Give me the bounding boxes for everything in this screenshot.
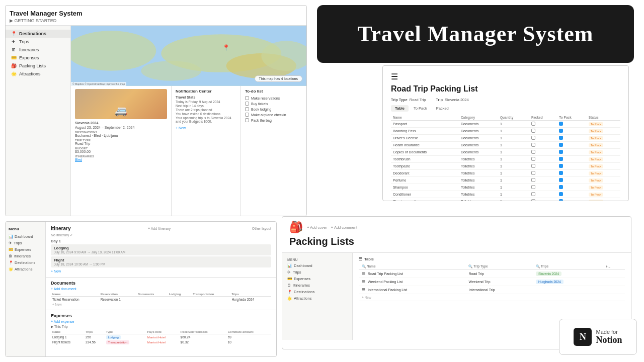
add-expense-button[interactable]: + Add expense (51, 320, 271, 323)
br-expenses-icon: 💳 (287, 277, 292, 281)
bl-sidebar-itineraries[interactable]: 🗓 Itineraries (6, 253, 45, 259)
new-button[interactable]: + New (176, 126, 236, 130)
sidebar-item-destinations[interactable]: 📍 Destinations (6, 30, 70, 38)
pack-cat-7: Toiletries (459, 170, 498, 177)
todo-item-5[interactable]: Pack the bag (245, 118, 302, 122)
todo-item-1[interactable]: Make reservations (245, 96, 302, 100)
pack-status-10: To Pack (587, 191, 620, 198)
todo-check-5[interactable] (245, 118, 249, 122)
main-panel: Travel Manager System GETTING STARTED 📍 … (5, 5, 307, 216)
sidebar-item-packing[interactable]: 🎒 Packing Lists (6, 62, 70, 70)
pack-status-2: To Pack (587, 135, 620, 142)
doc-row-1: Ticket Reservation Reservation 1 Hurghad… (51, 297, 271, 302)
expense-table-header: Name Trips Type Pays note Received feedb… (51, 330, 271, 334)
br-sidebar-itineraries[interactable]: 🗓 Itineraries (282, 282, 352, 289)
hero-title-box: Travel Manager System (317, 5, 634, 63)
exp-pays-1: Marriott Hotel (146, 334, 179, 340)
map-locations-label: This map has 4 locations (255, 75, 302, 82)
lodging-event: Lodging July 18, 2024 9:00 AM → July 19,… (51, 244, 271, 255)
br-sidebar-destinations[interactable]: 📍 Destinations (282, 289, 352, 295)
br-col-trip-type: 🔍 Trip Type (465, 263, 532, 270)
pack-status-4: To Pack (587, 149, 620, 156)
itinerary-link[interactable]: Bled (75, 158, 167, 161)
pack-cat-9: Toiletries (459, 184, 498, 191)
add-itinerary-button[interactable]: + Add Itinerary (148, 227, 171, 230)
notion-text: Made for Notion (596, 329, 622, 345)
notif-line-2: Next trip in 14 days (176, 104, 236, 108)
todo-item-3[interactable]: Book lodging (245, 107, 302, 111)
br-row-3[interactable]: ☰ International Packing List Internation… (359, 286, 625, 294)
left-sidebar: 📍 Destinations ✈ Trips 🗓 Itineraries 💳 E… (6, 26, 71, 216)
bl-sidebar-expenses[interactable]: 💳 Expenses (6, 246, 45, 253)
br-name-2: ☰ Weekend Packing List (359, 278, 465, 286)
bl-sidebar-attractions[interactable]: 🌟 Attractions (6, 266, 45, 273)
add-document-button[interactable]: + Add document (51, 287, 271, 291)
sidebar-item-trips[interactable]: ✈ Trips (6, 38, 70, 46)
bl-expenses-icon: 💳 (9, 247, 13, 252)
pack-name-7: Deodorant (391, 170, 459, 177)
br-sidebar-expenses[interactable]: 💳 Expenses (282, 276, 352, 282)
tab-to-pack[interactable]: To Pack (410, 105, 431, 112)
pack-packed-9 (529, 184, 557, 191)
br-add-row[interactable]: + New (359, 294, 625, 301)
pack-status-1: To Pack (587, 128, 620, 135)
add-comment-button[interactable]: + Add comment (331, 225, 357, 230)
br-actions-3 (603, 286, 625, 294)
todo-check-3[interactable] (245, 107, 249, 111)
bl-sidebar-trips[interactable]: ✈ Trips (6, 240, 45, 246)
tab-packed[interactable]: Packed (432, 105, 453, 112)
app-title: Travel Manager System (10, 10, 300, 17)
br-table-header-cols: 🔍 Name 🔍 Trip Type 🔍 Trips + – (359, 263, 625, 270)
todo-check-2[interactable] (245, 102, 249, 106)
br-trip-type-1: Road Trip (465, 270, 532, 278)
pack-cat-6: Toiletries (459, 163, 498, 170)
doc-transport-1 (191, 297, 230, 302)
doc-row-add[interactable]: + New (51, 302, 271, 307)
pack-cat-2: Documents (459, 135, 498, 142)
marriott-badge-2: Marriott Hotel (147, 341, 166, 344)
other-layout-btn[interactable]: Other layout (252, 227, 271, 230)
pack-qty-10: 1 (498, 191, 529, 198)
pack-topack-10 (557, 191, 586, 198)
sidebar-item-attractions[interactable]: 🌟 Attractions (6, 70, 70, 78)
pack-qty-4: 1 (498, 149, 529, 156)
bl-sidebar-destinations[interactable]: 📍 Destinations (6, 259, 45, 266)
todo-section: To-do list Make reservations Buy tickets… (241, 86, 306, 216)
packing-row-11: Shaving supplies Toiletries 1 To Pack (391, 198, 620, 202)
doc-add-row[interactable]: + New (51, 302, 271, 307)
col-packed: Packed (529, 115, 557, 121)
add-day-button[interactable]: + New (51, 269, 271, 273)
tab-table[interactable]: Table (391, 105, 409, 112)
bl-sidebar-dashboard[interactable]: 📊 Dashboard (6, 233, 45, 240)
packing-row-3: Health Insurance Documents 1 To Pack (391, 142, 620, 149)
br-table-header-row: ☰ Table (359, 257, 625, 261)
row2-icon: ☰ (362, 280, 365, 284)
pack-cat-0: Documents (459, 121, 498, 128)
packing-row-4: Copies of Documents Documents 1 To Pack (391, 149, 620, 156)
br-name-3: ☰ International Packing List (359, 286, 465, 294)
br-trips-3 (533, 286, 603, 294)
sidebar-item-itineraries[interactable]: 🗓 Itineraries (6, 46, 70, 54)
van-icon: 🚐 (115, 105, 127, 117)
add-cover-button[interactable]: + Add cover (307, 225, 327, 230)
br-sidebar-trips[interactable]: ✈ Trips (282, 269, 352, 276)
budget-value: $3,000.00 (75, 150, 167, 153)
this-trip-label: ▶ This Trip (51, 325, 271, 329)
todo-check-4[interactable] (245, 113, 249, 117)
flight-title: Flight (54, 258, 268, 262)
br-new-button[interactable]: + New (359, 294, 625, 301)
br-row-2[interactable]: ☰ Weekend Packing List Weekend Trip Hurg… (359, 278, 625, 286)
todo-item-4[interactable]: Make airplane checkin (245, 113, 302, 117)
br-sidebar-dashboard[interactable]: 📊 Dashboard (282, 262, 352, 269)
sidebar-item-expenses[interactable]: 💳 Expenses (6, 54, 70, 62)
br-row-1[interactable]: ☰ Road Trip Packing List Road Trip Slove… (359, 270, 625, 278)
br-trip-type-3: International Trip (465, 286, 532, 294)
exp-type-1: Lodging (105, 334, 146, 340)
pack-qty-5: 1 (498, 156, 529, 163)
todo-check-1[interactable] (245, 96, 249, 100)
main-content-area: 📍 This map has 4 locations © Mapbox © Op… (71, 26, 306, 216)
col-qty: Quantity (498, 115, 529, 121)
packing-list-title: Road Trip Packing List (391, 84, 620, 94)
todo-item-2[interactable]: Buy tickets (245, 102, 302, 106)
br-sidebar-attractions[interactable]: 🌟 Attractions (282, 295, 352, 302)
